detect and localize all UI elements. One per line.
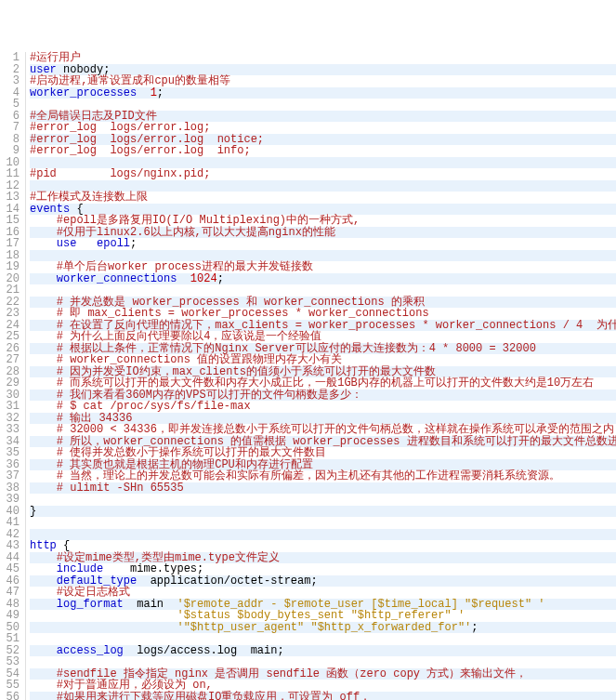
- line-number: 17: [4, 238, 20, 250]
- token-kw: access_log: [57, 644, 124, 657]
- code-line[interactable]: '"$http_user_agent" "$http_x_forwarded_f…: [30, 622, 616, 634]
- code-line[interactable]: #pid logs/nginx.pid;: [30, 168, 616, 180]
- token-cm: #pid logs/nginx.pid;: [30, 167, 210, 180]
- token-kw: worker_processes: [30, 86, 137, 99]
- line-number: 11: [4, 168, 20, 180]
- token-kw: worker_connections: [57, 272, 177, 285]
- token-num: 1: [151, 86, 157, 99]
- token-num: 1024: [190, 272, 217, 285]
- token-pl: [177, 272, 190, 285]
- token-pl: [76, 237, 97, 250]
- token-kw: use: [57, 237, 77, 250]
- line-number: 49: [4, 610, 20, 622]
- line-number: 39: [4, 494, 20, 506]
- line-number: 55: [4, 680, 20, 692]
- token-str: '"$http_user_agent" "$http_x_forwarded_f…: [177, 621, 471, 634]
- code-line[interactable]: [30, 517, 616, 529]
- line-number: 41: [4, 517, 20, 529]
- token-cm: #如果用来进行下载等应用磁盘IO重负载应用，可设置为 off，: [57, 691, 371, 701]
- line-number: 47: [4, 587, 20, 599]
- code-line[interactable]: use epoll;: [30, 238, 616, 250]
- code-line[interactable]: #工作模式及连接数上限: [30, 192, 616, 204]
- token-pl: [30, 691, 57, 701]
- line-number: 43: [4, 540, 20, 552]
- code-line[interactable]: #error_log logs/error.log info;: [30, 145, 616, 157]
- line-number: 37: [4, 470, 20, 482]
- token-kw: epoll: [97, 237, 130, 250]
- token-pl: [30, 621, 177, 634]
- code-line[interactable]: access_log logs/access.log main;: [30, 645, 616, 657]
- token-pl: ;: [217, 272, 224, 285]
- line-number: 13: [4, 192, 20, 204]
- code-line[interactable]: [30, 494, 616, 506]
- code-line[interactable]: worker_connections 1024;: [30, 273, 616, 285]
- line-number: 3: [4, 75, 20, 87]
- line-number: 27: [4, 354, 20, 366]
- code-line[interactable]: worker_processes 1;: [30, 87, 616, 99]
- code-area[interactable]: #运行用户user nobody;#启动进程,通常设置成和cpu的数量相等wor…: [26, 52, 616, 700]
- line-number: 5: [4, 99, 20, 111]
- line-number: 53: [4, 656, 20, 668]
- line-number: 29: [4, 377, 20, 390]
- line-number: 9: [4, 145, 20, 157]
- line-number: 31: [4, 401, 20, 413]
- token-pl: [137, 86, 150, 99]
- code-line[interactable]: #运行用户: [30, 52, 616, 64]
- token-pl: ;: [130, 237, 137, 250]
- line-number: 51: [4, 633, 20, 645]
- line-number: 1: [4, 52, 20, 64]
- code-line[interactable]: [30, 529, 616, 541]
- code-line[interactable]: # ulimit -SHn 65535: [30, 482, 616, 495]
- token-pl: ;: [471, 621, 478, 634]
- line-number: 23: [4, 308, 20, 320]
- token-pl: application/octet-stream;: [137, 575, 317, 588]
- line-number: 45: [4, 563, 20, 575]
- line-number: 19: [4, 261, 20, 273]
- token-cm: # ulimit -SHn 65535: [57, 482, 184, 495]
- line-number: 7: [4, 122, 20, 134]
- code-line[interactable]: #如果用来进行下载等应用磁盘IO重负载应用，可设置为 off，: [30, 692, 616, 701]
- code-editor[interactable]: 1234567891011121314151617181920212223242…: [0, 52, 616, 700]
- token-pl: ;: [157, 86, 164, 99]
- line-number: 15: [4, 215, 20, 227]
- line-number-gutter: 1234567891011121314151617181920212223242…: [0, 52, 26, 700]
- line-number: 33: [4, 424, 20, 436]
- line-number: 35: [4, 447, 20, 459]
- code-line[interactable]: }: [30, 506, 616, 518]
- line-number: 25: [4, 331, 20, 343]
- line-number: 21: [4, 284, 20, 297]
- token-pl: [30, 237, 57, 250]
- token-pl: logs/access.log main;: [124, 644, 284, 657]
- token-cm: #error_log logs/error.log info;: [30, 144, 251, 157]
- line-number: 56: [4, 692, 20, 701]
